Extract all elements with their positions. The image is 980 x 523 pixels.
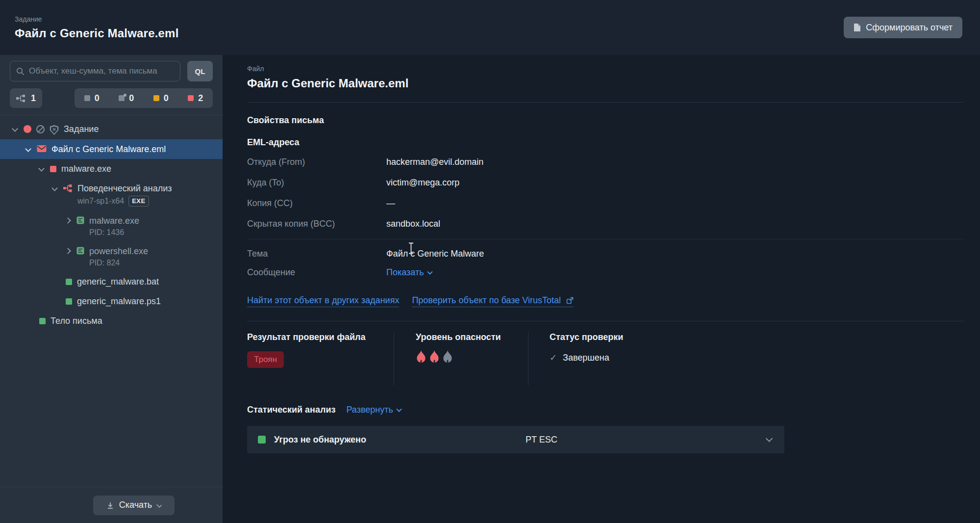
engine-label: PT ESC xyxy=(526,435,557,445)
search-input[interactable] xyxy=(29,66,174,76)
severity-counter-dangerous[interactable]: 2 xyxy=(188,93,203,104)
property-value: hackerman@evil.domain xyxy=(386,156,483,168)
ql-button[interactable]: QL xyxy=(187,61,213,81)
dangerous-square-icon xyxy=(188,95,194,101)
tree-item-label: Тело письма xyxy=(50,315,102,326)
static-analysis-header: Статический анализ Развернуть xyxy=(247,405,963,415)
chevron-down-icon[interactable] xyxy=(38,165,45,172)
subject-label: Тема xyxy=(247,247,386,260)
chevron-right-icon[interactable] xyxy=(65,248,71,254)
file-verdict-title: Результат проверки файла xyxy=(247,332,394,342)
tree-item[interactable]: Поведенческий анализwin7-sp1-x64EXE xyxy=(0,179,223,211)
status-value: Завершена xyxy=(563,353,609,363)
clean-file-icon xyxy=(39,318,46,324)
trojan-badge: Троян xyxy=(247,351,284,368)
process-icon xyxy=(76,247,84,255)
flame-icon xyxy=(416,350,427,365)
tree-view-icon xyxy=(16,94,26,103)
neutral-square-icon xyxy=(84,95,90,101)
severity-counter-value: 2 xyxy=(198,93,203,104)
severity-counters: 0002 xyxy=(75,88,213,108)
download-label: Скачать xyxy=(119,500,152,510)
task-kicker: Задание xyxy=(15,15,179,23)
chevron-down-icon xyxy=(766,435,773,442)
eml-property-row: Куда (To)victim@mega.corp xyxy=(247,176,963,189)
chevron-down-icon xyxy=(427,269,432,275)
object-links-row: Найти этот объект в других заданиях Пров… xyxy=(247,295,963,307)
expand-link[interactable]: Развернуть xyxy=(346,405,401,415)
generate-report-button[interactable]: Сформировать отчет xyxy=(844,17,962,38)
show-message-label: Показать xyxy=(386,267,424,277)
process-icon xyxy=(76,216,84,224)
tree-item-sublabel: PID: 824 xyxy=(89,259,148,267)
tree-item[interactable]: Файл с Generic Malware.eml xyxy=(0,139,223,159)
property-value: victim@mega.corp xyxy=(386,176,459,189)
tree-item-sublabel: PID: 1436 xyxy=(89,228,139,237)
severity-counter-neutral[interactable]: 0 xyxy=(84,93,100,104)
file-kicker: Файл xyxy=(247,65,963,73)
subject-row: Тема Файл с Generic Malware xyxy=(247,247,963,260)
severity-counter-value: 0 xyxy=(95,93,100,104)
chevron-down-icon xyxy=(156,502,162,508)
static-analysis-title: Статический анализ xyxy=(247,405,335,415)
dot-icon xyxy=(124,94,126,97)
task-header: Задание Файл с Generic Malware.eml Сформ… xyxy=(0,0,980,55)
eml-property-row: Откуда (From)hackerman@evil.domain xyxy=(247,156,963,168)
check-status-column: Статус проверки ✓ Завершена xyxy=(528,332,623,385)
chevron-right-icon[interactable] xyxy=(65,217,71,224)
detail-panel: Файл Файл с Generic Malware.eml Свойства… xyxy=(223,55,980,523)
tree-item[interactable]: Тело письма xyxy=(0,311,223,331)
property-value: sandbox.local xyxy=(386,217,440,230)
static-analysis-result-bar[interactable]: Угроз не обнаружено PT ESC xyxy=(247,426,784,453)
clean-file-icon xyxy=(66,298,72,305)
tree-item[interactable]: generic_malware.bat xyxy=(0,272,223,291)
tree-item-label: malware.exe xyxy=(89,215,139,226)
find-object-link[interactable]: Найти этот объект в других заданиях xyxy=(247,295,399,307)
search-input-box[interactable] xyxy=(10,61,180,81)
document-icon xyxy=(854,23,861,32)
chevron-down-icon[interactable] xyxy=(25,146,31,152)
chevron-down-icon[interactable] xyxy=(51,185,58,191)
search-icon xyxy=(16,67,25,76)
shield-x-icon: ✕ xyxy=(50,125,59,135)
chevron-down-icon xyxy=(396,407,402,412)
property-label: Скрытая копия (BCC) xyxy=(247,217,386,230)
eml-address-rows: Откуда (From)hackerman@evil.domainКуда (… xyxy=(247,156,963,230)
download-button[interactable]: Скачать xyxy=(93,496,175,515)
verdict-section: Результат проверки файла Троян Уровень о… xyxy=(247,332,963,385)
chevron-down-icon[interactable] xyxy=(12,126,18,132)
message-row: Сообщение Показать xyxy=(247,266,963,279)
eml-property-row: Копия (CC)— xyxy=(247,197,963,209)
tree-item[interactable]: malware.exePID: 1436 xyxy=(0,211,223,241)
message-label: Сообщение xyxy=(247,266,386,279)
tree-item[interactable]: ✕Задание xyxy=(0,119,223,139)
tree-item[interactable]: malware.exe xyxy=(0,159,223,179)
severity-counter-unchecked[interactable]: 0 xyxy=(119,93,134,104)
flame-icon xyxy=(442,350,453,365)
severity-counter-suspicious[interactable]: 0 xyxy=(153,93,169,104)
eml-addresses-title: EML-адреса xyxy=(247,137,963,148)
check-status-title: Статус проверки xyxy=(550,332,623,342)
check-icon: ✓ xyxy=(550,352,557,363)
tree-item-label: Файл с Generic Malware.eml xyxy=(51,144,166,155)
tree-item[interactable]: powershell.exePID: 824 xyxy=(0,241,223,272)
property-label: Копия (CC) xyxy=(247,197,386,209)
static-verdict-label: Угроз не обнаружено xyxy=(274,435,366,445)
show-message-link[interactable]: Показать xyxy=(386,266,432,279)
tree-item[interactable]: generic_malware.ps1 xyxy=(0,291,223,311)
tree-item-label: Задание xyxy=(64,124,99,134)
virustotal-link[interactable]: Проверить объект по базе VirusTotal xyxy=(412,295,574,307)
danger-dot-icon xyxy=(24,125,31,133)
tree-counter-value: 1 xyxy=(31,93,36,104)
object-tree: ✕ЗаданиеФайл с Generic Malware.emlmalwar… xyxy=(0,115,223,487)
flame-icon xyxy=(429,350,440,365)
property-label: Куда (To) xyxy=(247,176,386,189)
sidebar: QL 1 0002 ✕ЗаданиеФайл с Generic Malware… xyxy=(0,55,223,523)
severity-counter-value: 0 xyxy=(164,93,169,104)
divider xyxy=(247,239,963,239)
tree-counter-chip[interactable]: 1 xyxy=(10,88,42,108)
suspicious-square-icon xyxy=(153,95,159,101)
tree-item-label: generic_malware.bat xyxy=(77,276,159,287)
clean-verdict-icon xyxy=(258,436,266,444)
eml-property-row: Скрытая копия (BCC)sandbox.local xyxy=(247,217,963,230)
